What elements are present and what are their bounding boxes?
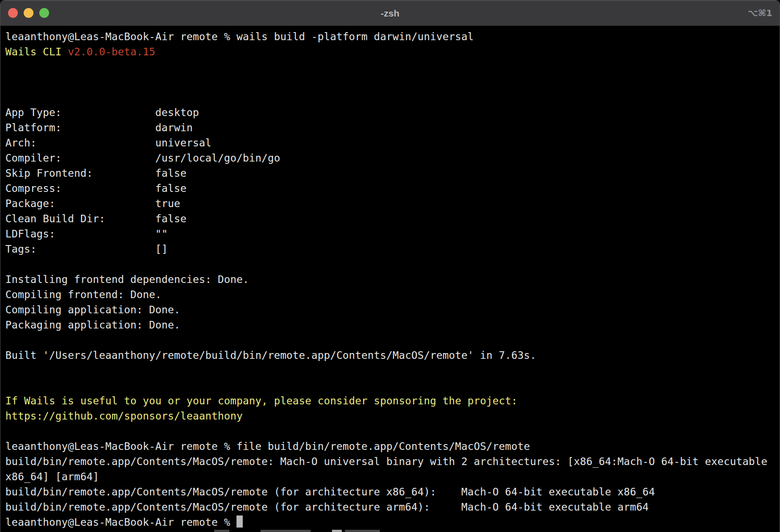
terminal-line: LDFlags: "" xyxy=(5,226,780,241)
terminal-text: Arch: universal xyxy=(5,137,212,149)
clipped-text-fragment xyxy=(345,530,380,532)
clipped-background-content xyxy=(0,529,780,532)
terminal-line xyxy=(5,90,780,105)
titlebar[interactable]: -zsh ⌥⌘1 xyxy=(0,0,780,26)
terminal-line: Compiling frontend: Done. xyxy=(5,287,780,302)
terminal-text: https://github.com/sponsors/leaanthony xyxy=(5,410,243,422)
terminal-output[interactable]: leaanthony@Leas-MacBook-Air remote % wai… xyxy=(0,26,780,529)
terminal-line: If Wails is useful to you or your compan… xyxy=(5,393,780,408)
terminal-text: Compiling application: Done. xyxy=(5,304,180,316)
terminal-line: Package: true xyxy=(5,196,780,211)
terminal-line xyxy=(5,257,780,272)
terminal-line xyxy=(5,75,780,90)
clipped-text-fragment xyxy=(261,530,311,532)
terminal-line xyxy=(5,378,780,393)
terminal-line xyxy=(5,332,780,348)
terminal-line: build/bin/remote.app/Contents/MacOS/remo… xyxy=(5,454,780,469)
terminal-text: leaanthony@Leas-MacBook-Air remote % wai… xyxy=(5,31,474,42)
terminal-text: Installing frontend dependencies: Done. xyxy=(5,274,249,285)
terminal-text: Package: true xyxy=(5,198,180,209)
terminal-line: x86_64] [arm64] xyxy=(5,469,780,484)
terminal-line: Platform: darwin xyxy=(5,120,780,135)
terminal-line xyxy=(5,424,780,439)
terminal-line: Arch: universal xyxy=(5,135,780,150)
terminal-line: leaanthony@Leas-MacBook-Air remote % fil… xyxy=(5,439,780,454)
terminal-text: Compiling frontend: Done. xyxy=(5,289,162,300)
terminal-window: -zsh ⌥⌘1 leaanthony@Leas-MacBook-Air rem… xyxy=(0,0,780,532)
terminal-text: Compress: false xyxy=(5,183,187,194)
terminal-text: Built '/Users/leaanthony/remote/build/bi… xyxy=(5,349,536,361)
terminal-text: Skip Frontend: false xyxy=(5,167,187,179)
terminal-text: build/bin/remote.app/Contents/MacOS/remo… xyxy=(5,501,649,513)
terminal-cursor xyxy=(236,515,243,528)
terminal-text: leaanthony@Leas-MacBook-Air remote % xyxy=(5,516,236,528)
terminal-text: Compiler: /usr/local/go/bin/go xyxy=(5,152,280,164)
terminal-text: LDFlags: "" xyxy=(5,228,168,240)
terminal-text: Clean Build Dir: false xyxy=(5,213,187,224)
tab-shortcut-label: ⌥⌘1 xyxy=(747,0,772,25)
window-title: -zsh xyxy=(0,0,780,25)
terminal-text: Tags: [] xyxy=(5,243,168,255)
clipped-text-fragment xyxy=(332,530,342,532)
terminal-text: Packaging application: Done. xyxy=(5,319,180,331)
terminal-line: leaanthony@Leas-MacBook-Air remote % wai… xyxy=(5,29,780,44)
terminal-text: build/bin/remote.app/Contents/MacOS/remo… xyxy=(5,486,655,498)
terminal-text: If Wails is useful to you or your compan… xyxy=(5,395,518,407)
terminal-text: leaanthony@Leas-MacBook-Air remote % fil… xyxy=(5,441,530,452)
terminal-line xyxy=(5,363,780,378)
terminal-line: Compress: false xyxy=(5,181,780,196)
terminal-text: x86_64] [arm64] xyxy=(5,471,99,482)
terminal-line: Clean Build Dir: false xyxy=(5,211,780,226)
terminal-line: Packaging application: Done. xyxy=(5,317,780,332)
terminal-line xyxy=(5,59,780,75)
terminal-line: Compiler: /usr/local/go/bin/go xyxy=(5,150,780,166)
terminal-line: Installing frontend dependencies: Done. xyxy=(5,272,780,287)
terminal-line: Wails CLI v2.0.0-beta.15 xyxy=(5,44,780,59)
terminal-text: v2.0.0-beta.15 xyxy=(68,46,155,58)
terminal-text: Wails CLI xyxy=(5,46,68,58)
terminal-line: Built '/Users/leaanthony/remote/build/bi… xyxy=(5,348,780,363)
terminal-line: Tags: [] xyxy=(5,241,780,257)
clipped-text-fragment xyxy=(214,530,229,532)
terminal-text: build/bin/remote.app/Contents/MacOS/remo… xyxy=(5,456,768,467)
terminal-line: Compiling application: Done. xyxy=(5,302,780,317)
terminal-text: Platform: darwin xyxy=(5,122,193,133)
terminal-line: leaanthony@Leas-MacBook-Air remote % xyxy=(5,515,780,529)
terminal-text: App Type: desktop xyxy=(5,107,199,118)
terminal-line: App Type: desktop xyxy=(5,105,780,120)
terminal-line: Skip Frontend: false xyxy=(5,166,780,181)
terminal-line: https://github.com/sponsors/leaanthony xyxy=(5,408,780,424)
terminal-line: build/bin/remote.app/Contents/MacOS/remo… xyxy=(5,484,780,499)
terminal-line: build/bin/remote.app/Contents/MacOS/remo… xyxy=(5,499,780,515)
